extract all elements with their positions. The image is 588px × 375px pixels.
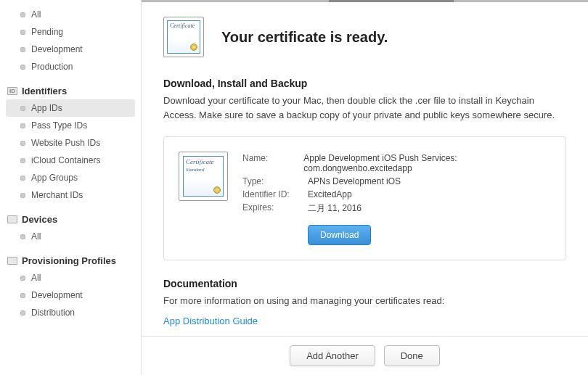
certificate-details-box: Certificate Standard Name:Apple Developm… (163, 136, 566, 260)
content: Certificate Your certificate is ready. D… (142, 2, 588, 336)
sidebar-item-prov-all[interactable]: All (0, 269, 141, 287)
cert-row-expires: Expires:二月 11, 2016 (242, 201, 551, 216)
footer-bar: Add Another Done (142, 336, 588, 375)
sidebar-label: Production (31, 62, 73, 72)
sidebar: All Pending Development Production IDIde… (0, 0, 142, 375)
bullet-icon (20, 158, 25, 163)
sidebar-label: All (31, 273, 41, 283)
sidebar-label: Distribution (31, 308, 75, 318)
sidebar-header-label: Devices (22, 214, 57, 225)
sidebar-label: Development (31, 44, 83, 54)
certificate-icon: Certificate (163, 17, 204, 57)
download-section-text: Download your certificate to your Mac, t… (163, 94, 566, 122)
cert-seal-icon (213, 186, 221, 194)
download-button[interactable]: Download (308, 225, 371, 245)
identifiers-icon: ID (7, 87, 17, 95)
main-panel: Certificate Your certificate is ready. D… (142, 0, 588, 375)
cert-label: Type: (242, 176, 308, 186)
bullet-icon (20, 193, 25, 198)
documentation-text: For more information on using and managi… (163, 294, 566, 308)
cert-icon-text: Certificate (170, 22, 195, 29)
done-button[interactable]: Done (384, 345, 440, 366)
sidebar-item-all[interactable]: All (0, 6, 141, 23)
bullet-icon (20, 106, 25, 111)
download-section-title: Download, Install and Backup (163, 78, 566, 89)
cert-details: Name:Apple Development iOS Push Services… (242, 152, 551, 245)
provisioning-icon (7, 257, 17, 265)
cert-row-type: Type:APNs Development iOS (242, 175, 551, 188)
certificate-icon-inner: Certificate Standard (183, 156, 224, 197)
sidebar-item-merchant-ids[interactable]: Merchant IDs (0, 186, 141, 204)
cert-label: Identifier ID: (242, 189, 308, 199)
cert-label: Expires: (242, 202, 308, 215)
cert-row-name: Name:Apple Development iOS Push Services… (242, 152, 551, 175)
cert-value-type: APNs Development iOS (308, 176, 401, 186)
bullet-icon (20, 293, 25, 298)
cert-seal-icon (190, 44, 197, 51)
bullet-icon (20, 123, 25, 128)
sidebar-item-prov-distribution[interactable]: Distribution (0, 304, 141, 321)
bullet-icon (20, 65, 25, 70)
sidebar-item-pending[interactable]: Pending (0, 23, 141, 41)
sidebar-label: All (31, 231, 41, 242)
page-title: Your certificate is ready. (221, 29, 388, 46)
documentation-title: Documentation (163, 278, 566, 289)
cert-icon-text: Certificate (186, 158, 214, 165)
bullet-icon (20, 234, 25, 239)
sidebar-item-prov-development[interactable]: Development (0, 287, 141, 304)
sidebar-item-devices-all[interactable]: All (0, 228, 141, 245)
sidebar-header-label: Identifiers (22, 86, 67, 96)
sidebar-item-development[interactable]: Development (0, 41, 141, 58)
bullet-icon (20, 276, 25, 281)
bullet-icon (20, 141, 25, 146)
sidebar-label: All (31, 9, 41, 20)
documentation-link[interactable]: App Distribution Guide (163, 316, 258, 326)
cert-value-identifier: ExcitedApp (308, 189, 352, 199)
bullet-icon (20, 30, 25, 35)
sidebar-label: Website Push IDs (31, 138, 100, 148)
sidebar-header-identifiers[interactable]: IDIdentifiers (0, 75, 141, 99)
cert-icon-subtext: Standard (186, 167, 204, 173)
sidebar-item-website-push-ids[interactable]: Website Push IDs (0, 134, 141, 152)
sidebar-header-provisioning[interactable]: Provisioning Profiles (0, 245, 141, 269)
sidebar-item-app-groups[interactable]: App Groups (0, 169, 141, 186)
devices-icon (7, 215, 17, 223)
cert-label: Name: (242, 153, 303, 173)
sidebar-item-app-ids[interactable]: App IDs (6, 99, 135, 117)
sidebar-item-production[interactable]: Production (0, 58, 141, 75)
bullet-icon (20, 12, 25, 17)
sidebar-label: Merchant IDs (31, 190, 83, 200)
header-block: Certificate Your certificate is ready. (163, 17, 566, 57)
sidebar-label: iCloud Containers (31, 155, 100, 165)
sidebar-item-icloud-containers[interactable]: iCloud Containers (0, 152, 141, 169)
sidebar-header-devices[interactable]: Devices (0, 204, 141, 228)
sidebar-label: Development (31, 290, 83, 300)
sidebar-header-label: Provisioning Profiles (22, 255, 116, 266)
cert-value-expires: 二月 11, 2016 (308, 202, 362, 215)
bullet-icon (20, 176, 25, 181)
sidebar-item-pass-type-ids[interactable]: Pass Type IDs (0, 117, 141, 134)
bullet-icon (20, 310, 25, 316)
add-another-button[interactable]: Add Another (290, 345, 375, 366)
cert-row-identifier: Identifier ID:ExcitedApp (242, 188, 551, 201)
bullet-icon (20, 47, 25, 52)
sidebar-label: App IDs (31, 103, 62, 113)
sidebar-label: Pass Type IDs (31, 120, 87, 131)
certificate-icon-small: Certificate Standard (179, 152, 228, 201)
sidebar-label: Pending (31, 27, 63, 37)
cert-value-name: Apple Development iOS Push Services: com… (303, 153, 551, 173)
certificate-icon-inner: Certificate (167, 20, 200, 54)
sidebar-label: App Groups (31, 173, 78, 183)
